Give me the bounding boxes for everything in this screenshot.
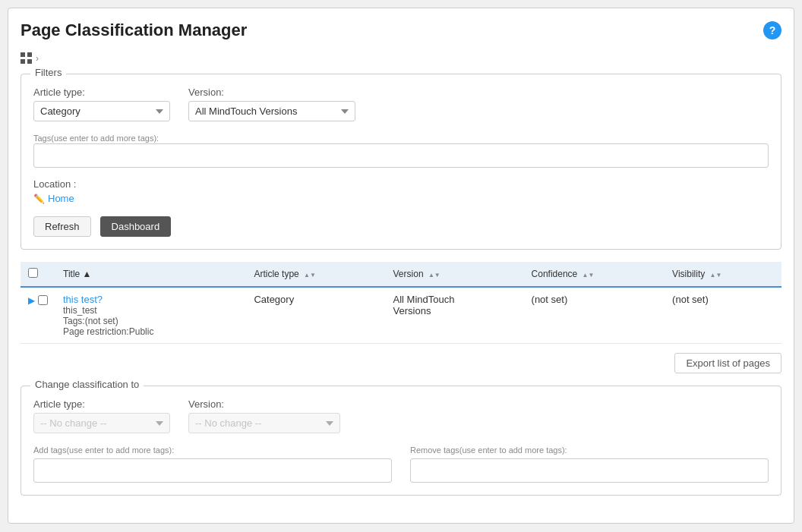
change-classification-section: Change classification to Article type: -… — [21, 386, 781, 496]
table-row: ▶ this test? this_test Tags:(not set) Pa… — [21, 287, 781, 344]
row-expand-cell[interactable]: ▶ — [21, 288, 55, 312]
location-home-link[interactable]: Home — [48, 193, 74, 204]
filters-legend: Filters — [30, 67, 66, 78]
help-icon[interactable]: ? — [763, 21, 781, 39]
version-label: Version: — [188, 87, 355, 98]
article-type-group: Article type: Category Article Definitio… — [33, 87, 170, 121]
col-title[interactable]: Title ▲ — [55, 262, 246, 287]
page-title: Page Classification Manager — [21, 20, 247, 40]
version-group: Version: All MindTouch Versions Version … — [188, 87, 355, 121]
change-version-select[interactable]: -- No change -- — [188, 413, 340, 433]
add-tags-input[interactable] — [33, 458, 392, 483]
add-tags-group: Add tags(use enter to add more tags): — [33, 444, 392, 483]
change-version-label: Version: — [188, 398, 340, 410]
tags-label: Tags(use enter to add more tags): — [33, 132, 769, 143]
select-all-header[interactable] — [21, 262, 55, 287]
dashboard-button[interactable]: Dashboard — [100, 216, 172, 237]
change-article-type-select[interactable]: -- No change -- — [33, 413, 170, 433]
select-all-checkbox[interactable] — [28, 268, 38, 278]
change-type-version-row: Article type: -- No change -- Version: -… — [33, 398, 769, 433]
row-title-cell: this test? this_test Tags:(not set) Page… — [55, 287, 246, 344]
tags-change-row: Add tags(use enter to add more tags): Re… — [33, 444, 769, 483]
change-legend: Change classification to — [30, 379, 144, 390]
remove-tags-label: Remove tags(use enter to add more tags): — [410, 444, 769, 455]
tags-input[interactable] — [33, 143, 769, 168]
refresh-button[interactable]: Refresh — [33, 216, 91, 237]
location-label: Location : — [33, 178, 769, 190]
pencil-icon: ✏️ — [33, 194, 45, 204]
row-visibility: (not set) — [665, 287, 781, 344]
add-tags-label: Add tags(use enter to add more tags): — [33, 444, 392, 455]
version-select[interactable]: All MindTouch Versions Version 1 Version… — [188, 101, 355, 121]
col-article-type[interactable]: Article type ▲▼ — [246, 262, 385, 287]
row-confidence: (not set) — [524, 287, 665, 344]
row-article-type: Category — [246, 287, 385, 344]
row-title-link[interactable]: this test? — [63, 294, 103, 305]
breadcrumb: › — [21, 52, 781, 65]
breadcrumb-chevron: › — [36, 53, 39, 64]
row-slug: this_test — [63, 305, 238, 316]
col-confidence[interactable]: Confidence ▲▼ — [524, 262, 665, 287]
filters-section: Filters Article type: Category Article D… — [21, 74, 781, 250]
row-restriction: Page restriction:Public — [63, 326, 238, 337]
filter-buttons-row: Refresh Dashboard — [33, 216, 769, 237]
row-tags: Tags:(not set) — [63, 316, 238, 326]
table-header-row: Title ▲ Article type ▲▼ Version ▲▼ Confi… — [21, 262, 781, 287]
change-version-group: Version: -- No change -- — [188, 398, 340, 433]
expand-icon[interactable]: ▶ — [28, 295, 35, 306]
export-button[interactable]: Export list of pages — [674, 353, 781, 373]
article-type-select[interactable]: Category Article Definition Guide — [33, 101, 170, 121]
remove-tags-input[interactable] — [410, 458, 769, 483]
remove-tags-group: Remove tags(use enter to add more tags): — [410, 444, 769, 483]
row-checkbox[interactable] — [38, 295, 48, 305]
article-type-label: Article type: — [33, 87, 170, 98]
change-article-type-label: Article type: — [33, 398, 170, 410]
location-section: Location : ✏️ Home — [33, 178, 769, 204]
tags-section: Tags(use enter to add more tags): — [33, 132, 769, 168]
col-visibility[interactable]: Visibility ▲▼ — [665, 262, 781, 287]
change-article-type-group: Article type: -- No change -- — [33, 398, 170, 433]
row-version: All MindTouchVersions — [386, 287, 524, 344]
col-version[interactable]: Version ▲▼ — [386, 262, 524, 287]
results-table: Title ▲ Article type ▲▼ Version ▲▼ Confi… — [21, 262, 781, 344]
export-row: Export list of pages — [21, 353, 781, 373]
grid-view-icon[interactable] — [21, 52, 33, 65]
